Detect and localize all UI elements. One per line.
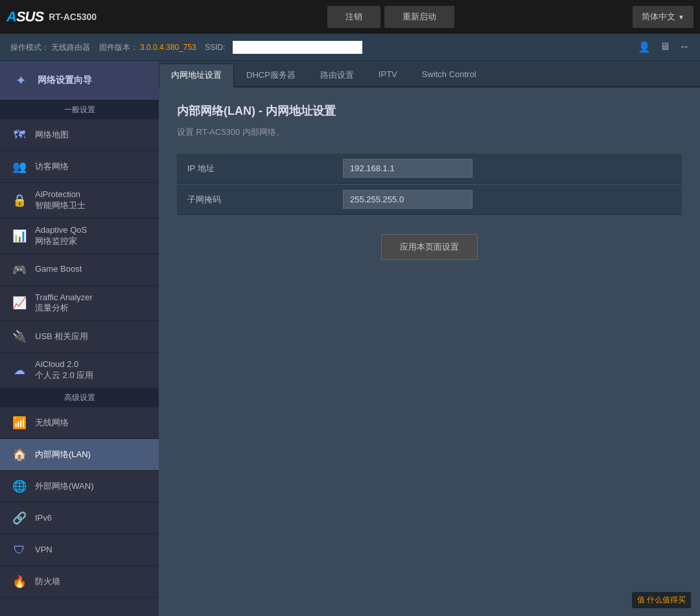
sidebar: ✦ 网络设置向导 一般设置 🗺 网络地图 👥 访客网络 🔒 AiProtecti… [0, 61, 159, 616]
status-bar: 操作模式： 无线路由器 固件版本： 3.0.0.4.380_753 SSID: … [0, 34, 700, 61]
model-name: RT-AC5300 [49, 12, 97, 22]
sidebar-item-label: 网络地图 [35, 130, 69, 141]
sidebar-item-label: IPv6 [35, 513, 52, 524]
firmware-link[interactable]: 3.0.0.4.380_753 [140, 43, 196, 52]
apply-button[interactable]: 应用本页面设置 [381, 234, 478, 260]
mode-label: 操作模式： [10, 43, 49, 52]
sidebar-item-label: 无线网络 [35, 418, 69, 429]
lang-area: 简体中文 ▼ [633, 6, 694, 28]
reboot-button[interactable]: 重新启动 [384, 6, 454, 28]
sidebar-item-aicloud[interactable]: ☁ AiCloud 2.0个人云 2.0 应用 [0, 353, 159, 388]
game-boost-icon: 🎮 [10, 261, 29, 279]
sidebar-item-wan[interactable]: 🌐 外部网络(WAN) [0, 471, 159, 503]
firmware-label: 固件版本： [99, 43, 138, 52]
status-icons: 👤 🖥 ↔ [638, 41, 690, 53]
watermark: 值 什么值得买 [632, 592, 691, 608]
aiprotection-icon: 🔒 [10, 191, 29, 209]
form-row-subnet: 子网掩码 [177, 185, 682, 215]
sidebar-section-advanced: 高级设置 [0, 388, 159, 407]
sidebar-item-label: AiProtection智能网络卫士 [35, 189, 86, 211]
lang-label: 简体中文 [642, 12, 675, 21]
wireless-icon: 📶 [10, 414, 29, 432]
sidebar-item-label: AiCloud 2.0个人云 2.0 应用 [35, 359, 93, 381]
logo-area: ASUS RT-AC5300 [6, 8, 149, 25]
tab-dhcp[interactable]: DHCP服务器 [234, 64, 308, 88]
aicloud-icon: ☁ [10, 361, 29, 379]
ip-label: IP 地址 [177, 155, 332, 182]
status-text: 操作模式： 无线路由器 固件版本： 3.0.0.4.380_753 SSID: [10, 41, 362, 54]
subnet-input[interactable] [343, 190, 472, 209]
main-layout: ✦ 网络设置向导 一般设置 🗺 网络地图 👥 访客网络 🔒 AiProtecti… [0, 61, 700, 616]
sidebar-item-label: 外部网络(WAN) [35, 481, 94, 492]
sidebar-item-label: 内部网络(LAN) [35, 449, 91, 460]
sidebar-section-general: 一般设置 [0, 101, 159, 119]
guest-network-icon: 👥 [10, 158, 29, 176]
sidebar-item-label: Game Boost [35, 264, 82, 275]
tab-bar: 内网地址设置 DHCP服务器 路由设置 IPTV Switch Control [159, 61, 700, 88]
page-content: 内部网络(LAN) - 内网地址设置 设置 RT-AC5300 内部网络。 IP… [159, 88, 700, 616]
tab-lan-ip[interactable]: 内网地址设置 [159, 64, 234, 88]
chevron-down-icon: ▼ [678, 14, 684, 21]
lan-icon: 🏠 [10, 445, 29, 464]
content-area: 内网地址设置 DHCP服务器 路由设置 IPTV Switch Control … [159, 61, 700, 616]
wizard-icon: ✦ [10, 70, 31, 91]
user-icon[interactable]: 👤 [638, 41, 651, 53]
network-icon[interactable]: 🖥 [660, 41, 670, 53]
subnet-value [332, 185, 682, 214]
subnet-label: 子网掩码 [177, 186, 332, 213]
ip-input[interactable] [343, 159, 472, 178]
wan-icon: 🌐 [10, 477, 29, 495]
sidebar-item-vpn[interactable]: 🛡 VPN [0, 534, 159, 566]
sidebar-item-label: 访客网络 [35, 161, 69, 172]
firewall-icon: 🔥 [10, 573, 29, 591]
sidebar-wizard[interactable]: ✦ 网络设置向导 [0, 61, 159, 101]
sidebar-item-adaptive-qos[interactable]: 📊 Adaptive QoS网络监控家 [0, 219, 159, 254]
page-subtitle: 设置 RT-AC5300 内部网络。 [177, 126, 682, 138]
usb-icon: 🔌 [10, 327, 29, 346]
sidebar-item-guest-network[interactable]: 👥 访客网络 [0, 151, 159, 183]
sidebar-item-label: 防火墙 [35, 576, 60, 587]
logout-button[interactable]: 注销 [327, 6, 380, 28]
sidebar-item-aiprotection[interactable]: 🔒 AiProtection智能网络卫士 [0, 183, 159, 219]
lang-button[interactable]: 简体中文 ▼ [633, 6, 694, 28]
vpn-icon: 🛡 [10, 541, 29, 559]
sidebar-item-game-boost[interactable]: 🎮 Game Boost [0, 254, 159, 286]
adaptive-qos-icon: 📊 [10, 227, 29, 245]
mode-value: 无线路由器 [51, 43, 90, 52]
sidebar-item-label: USB 相关应用 [35, 331, 88, 342]
sidebar-item-label: VPN [35, 545, 52, 556]
ipv6-icon: 🔗 [10, 509, 29, 527]
sidebar-item-firewall[interactable]: 🔥 防火墙 [0, 566, 159, 598]
asus-logo: ASUS [6, 8, 43, 25]
network-map-icon: 🗺 [10, 126, 29, 144]
sidebar-item-lan[interactable]: 🏠 内部网络(LAN) [0, 439, 159, 471]
ssid-label: SSID: [205, 43, 225, 52]
tab-switch-control[interactable]: Switch Control [410, 64, 489, 88]
sidebar-item-wireless[interactable]: 📶 无线网络 [0, 407, 159, 439]
tab-iptv[interactable]: IPTV [366, 64, 410, 88]
top-bar: ASUS RT-AC5300 注销 重新启动 简体中文 ▼ [0, 0, 700, 34]
sidebar-item-traffic-analyzer[interactable]: 📈 Traffic Analyzer流量分析 [0, 286, 159, 322]
top-buttons: 注销 重新启动 [149, 6, 633, 28]
sidebar-item-usb[interactable]: 🔌 USB 相关应用 [0, 321, 159, 353]
share-icon[interactable]: ↔ [679, 41, 690, 53]
sidebar-item-label: Traffic Analyzer流量分析 [35, 292, 93, 314]
form-row-ip: IP 地址 [177, 154, 682, 184]
tab-routing[interactable]: 路由设置 [308, 64, 366, 88]
sidebar-item-network-map[interactable]: 🗺 网络地图 [0, 119, 159, 151]
wizard-label: 网络设置向导 [38, 75, 92, 86]
sidebar-item-label: Adaptive QoS网络监控家 [35, 225, 87, 247]
ssid-input[interactable] [233, 41, 362, 54]
ip-value [332, 154, 682, 183]
sidebar-item-ipv6[interactable]: 🔗 IPv6 [0, 503, 159, 534]
page-title: 内部网络(LAN) - 内网地址设置 [177, 103, 682, 119]
traffic-analyzer-icon: 📈 [10, 294, 29, 312]
